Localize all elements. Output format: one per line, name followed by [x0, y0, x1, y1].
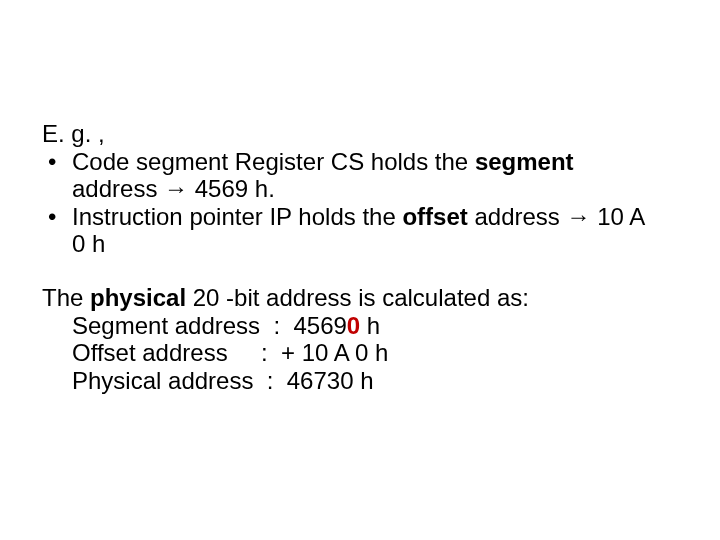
- example-label: E. g. ,: [42, 120, 660, 148]
- text: Code segment Register CS holds the: [72, 148, 475, 175]
- text: Segment address : 4569: [72, 312, 347, 339]
- physical-address-line: Physical address : 46730 h: [42, 367, 660, 395]
- calculation-block: The physical 20 -bit address is calculat…: [42, 284, 660, 394]
- bold-physical: physical: [90, 284, 186, 311]
- bullet-ip: Instruction pointer IP holds the offset …: [42, 203, 660, 258]
- slide: E. g. , Code segment Register CS holds t…: [0, 0, 720, 540]
- appended-zero: 0: [347, 312, 360, 339]
- bold-segment: segment: [475, 148, 574, 175]
- segment-address-line: Segment address : 45690 h: [42, 312, 660, 340]
- bold-offset: offset: [402, 203, 467, 230]
- text: address: [468, 203, 567, 230]
- text: address: [72, 175, 164, 202]
- calc-intro: The physical 20 -bit address is calculat…: [42, 284, 660, 312]
- text: The: [42, 284, 90, 311]
- bullet-list: Code segment Register CS holds the segme…: [42, 148, 660, 258]
- arrow-icon: →: [164, 175, 188, 202]
- offset-address-line: Offset address : + 10 A 0 h: [42, 339, 660, 367]
- text: 4569 h.: [188, 175, 275, 202]
- arrow-icon: →: [566, 203, 590, 230]
- text: h: [360, 312, 380, 339]
- text: 20 -bit address is calculated as:: [186, 284, 529, 311]
- bullet-cs: Code segment Register CS holds the segme…: [42, 148, 660, 203]
- text: Instruction pointer IP holds the: [72, 203, 402, 230]
- spacer: [42, 258, 660, 284]
